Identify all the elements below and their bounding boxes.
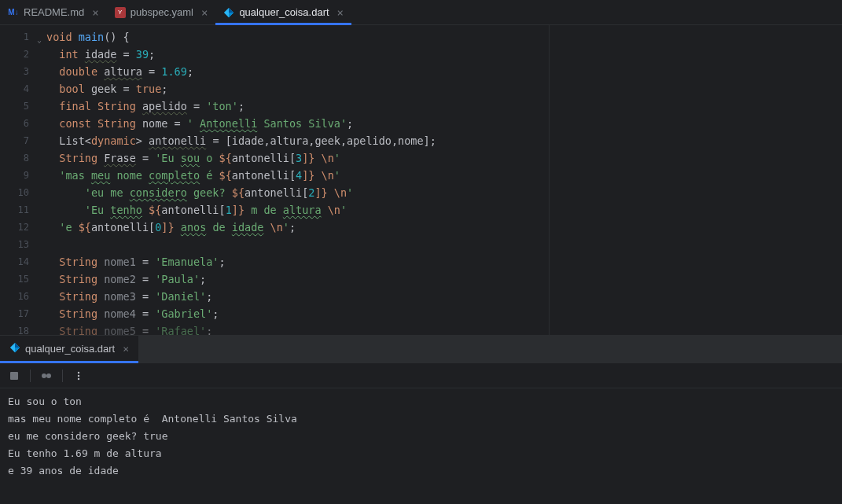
stop-button[interactable] bbox=[6, 368, 22, 384]
svg-point-5 bbox=[78, 377, 79, 379]
code-line: 'mas meu nome completo é ${antonelli[4]}… bbox=[43, 167, 842, 184]
svg-rect-0 bbox=[10, 372, 18, 380]
code-line: String nome5 = 'Rafael'; bbox=[43, 322, 842, 335]
code-line: String nome2 = 'Paula'; bbox=[43, 270, 842, 288]
tab-qualquer-coisa[interactable]: qualquer_coisa.dart × bbox=[215, 0, 351, 24]
code-line: int idade = 39; bbox=[43, 46, 842, 63]
code-line bbox=[43, 236, 842, 253]
line-gutter: 1⌄ 2 3 4 5 6 7 8 9 10 11 12 13 14 15 16 … bbox=[0, 25, 43, 335]
code-content[interactable]: void main() { int idade = 39; double alt… bbox=[43, 25, 842, 335]
code-line: 'Eu tenho ${antonelli[1]} m de altura \n… bbox=[43, 201, 842, 219]
code-editor[interactable]: 1⌄ 2 3 4 5 6 7 8 9 10 11 12 13 14 15 16 … bbox=[0, 25, 842, 335]
code-line: 'e ${antonelli[0]} anos de idade \n'; bbox=[43, 219, 842, 236]
code-line: bool geek = true; bbox=[43, 80, 842, 97]
more-button[interactable] bbox=[71, 368, 86, 384]
code-line: 'eu me considero geek? ${antonelli[2]} \… bbox=[43, 184, 842, 201]
console-output[interactable]: Eu sou o ton mas meu nome completo é Ant… bbox=[0, 388, 842, 504]
yaml-icon: Y bbox=[115, 7, 126, 18]
code-line: List<dynamic> antonelli = [idade,altura,… bbox=[43, 132, 842, 149]
tab-label: pubspec.yaml bbox=[131, 6, 193, 18]
editor-tabs-bar: M↓ README.md × Y pubspec.yaml × qualquer… bbox=[0, 0, 842, 25]
run-panel: qualquer_coisa.dart × Eu sou o ton mas m… bbox=[0, 335, 842, 504]
separator bbox=[30, 370, 31, 382]
code-line: void main() { bbox=[43, 28, 842, 46]
close-icon[interactable]: × bbox=[337, 6, 344, 19]
tab-readme[interactable]: M↓ README.md × bbox=[0, 0, 107, 24]
run-tab-label: qualquer_coisa.dart bbox=[25, 343, 115, 355]
run-tabs-bar: qualquer_coisa.dart × bbox=[0, 336, 842, 363]
code-line: String nome3 = 'Daniel'; bbox=[43, 288, 842, 305]
svg-point-1 bbox=[42, 373, 46, 378]
markdown-icon: M↓ bbox=[8, 7, 19, 18]
tab-pubspec[interactable]: Y pubspec.yaml × bbox=[107, 0, 216, 24]
tab-label: README.md bbox=[24, 6, 84, 18]
svg-point-4 bbox=[78, 374, 79, 376]
code-line: double altura = 1.69; bbox=[43, 63, 842, 80]
console-toolbar bbox=[0, 363, 842, 388]
close-icon[interactable]: × bbox=[123, 343, 129, 355]
tab-label: qualquer_coisa.dart bbox=[239, 6, 329, 18]
structure-button[interactable] bbox=[39, 368, 54, 384]
dart-icon bbox=[9, 342, 20, 355]
ruler-line bbox=[549, 25, 550, 335]
separator bbox=[62, 370, 63, 382]
code-line: String nome4 = 'Gabriel'; bbox=[43, 305, 842, 322]
run-tab[interactable]: qualquer_coisa.dart × bbox=[0, 336, 138, 363]
code-line: String nome1 = 'Emanuela'; bbox=[43, 253, 842, 270]
close-icon[interactable]: × bbox=[201, 6, 208, 19]
code-line: String Frase = 'Eu sou o ${antonelli[3]}… bbox=[43, 149, 842, 167]
svg-point-3 bbox=[78, 371, 79, 373]
svg-point-2 bbox=[46, 373, 51, 378]
code-line: const String nome = ' Antonelli Santos S… bbox=[43, 115, 842, 132]
close-icon[interactable]: × bbox=[92, 6, 98, 19]
dart-icon bbox=[223, 7, 234, 18]
code-line: final String apelido = 'ton'; bbox=[43, 97, 842, 115]
